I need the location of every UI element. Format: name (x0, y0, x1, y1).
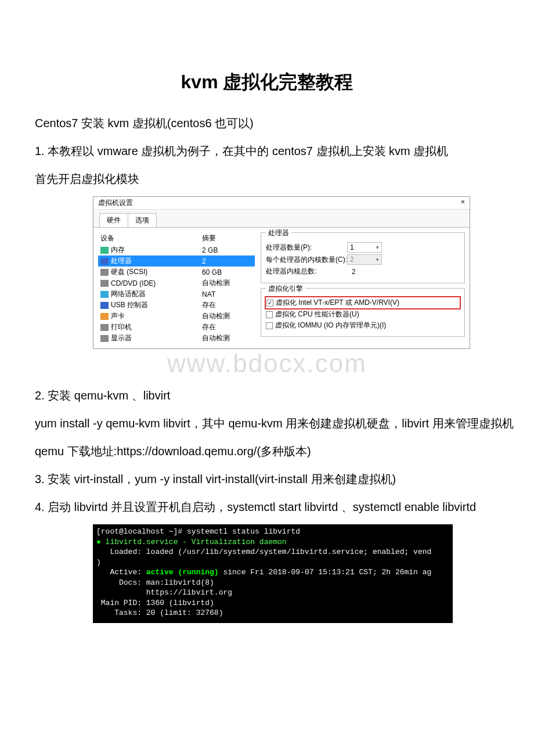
usb-icon (100, 302, 109, 309)
hw-summary: NAT (200, 289, 255, 300)
iommu-checkbox-label: 虚拟化 IOMMU (IO 内存管理单元)(I) (275, 321, 386, 330)
vt-checkbox-row[interactable]: ✓ 虚拟化 Intel VT-x/EPT 或 AMD-V/RVI(V) (266, 297, 460, 308)
paragraph-step4: 4. 启动 libvirtd 并且设置开机自启动，systemctl start… (12, 496, 522, 517)
hw-name: CD/DVD (IDE) (111, 279, 156, 287)
hdd-icon (100, 269, 109, 276)
status-dot-icon: ● (96, 538, 101, 546)
iommu-checkbox-row[interactable]: 虚拟化 IOMMU (IO 内存管理单元)(I) (266, 321, 460, 330)
col-summary: 摘要 (200, 232, 255, 244)
pmu-checkbox-label: 虚拟化 CPU 性能计数器(U) (275, 309, 359, 319)
paragraph-step2: 2. 安装 qemu-kvm 、libvirt (12, 385, 522, 406)
hw-row-usb[interactable]: USB 控制器 存在 (98, 300, 255, 311)
hw-summary: 存在 (200, 322, 255, 333)
hw-row-printer[interactable]: 打印机 存在 (98, 322, 255, 333)
cpu-count-value: 1 (350, 243, 354, 251)
vt-checkbox-label: 虚拟化 Intel VT-x/EPT 或 AMD-V/RVI(V) (276, 298, 399, 308)
total-cores-label: 处理器内核总数: (266, 267, 347, 276)
hardware-detail: 处理器 处理器数量(P): 1 ▾ 每个处理器的内核数量(C): (261, 232, 465, 344)
term-line: Docs: man:libvirtd(8) (96, 578, 214, 587)
hw-row-memory[interactable]: 内存 2 GB (98, 244, 255, 255)
cores-per-cpu-select[interactable]: 2 ▾ (347, 254, 382, 265)
cpu-count-select[interactable]: 1 ▾ (347, 242, 382, 253)
hw-name: 处理器 (111, 257, 132, 265)
hw-summary: 2 GB (200, 244, 255, 255)
col-device: 设备 (98, 232, 200, 244)
memory-icon (100, 247, 109, 254)
term-line: [root@localhost ~]# systemctl status lib… (96, 527, 300, 536)
cpu-fieldset: 处理器 处理器数量(P): 1 ▾ 每个处理器的内核数量(C): (261, 232, 465, 283)
term-line: https://libvirt.org (96, 588, 232, 597)
cd-icon (100, 280, 109, 287)
hw-summary: 2 (200, 255, 255, 267)
cores-per-cpu-label: 每个处理器的内核数量(C): (266, 255, 347, 265)
cpu-fieldset-title: 处理器 (266, 228, 291, 238)
paragraph-step3: 3. 安装 virt-install，yum -y install virt-i… (12, 469, 522, 489)
virt-engine-title: 虚拟化引擎 (266, 284, 305, 294)
hw-name: 内存 (111, 246, 125, 254)
vmware-settings-dialog: 虚拟机设置 × 硬件 选项 设备 摘要 内存 2 GB 处理器 (93, 196, 470, 349)
term-line: libvirtd.service - Virtualization daemon (101, 538, 287, 546)
hw-summary: 自动检测 (200, 278, 255, 289)
hw-row-cd[interactable]: CD/DVD (IDE) 自动检测 (98, 278, 255, 289)
dialog-body: 设备 摘要 内存 2 GB 处理器 2 硬盘 (SCSI) 60 GB (93, 227, 470, 348)
dialog-tabs: 硬件 选项 (93, 210, 470, 227)
hw-name: USB 控制器 (111, 301, 148, 309)
network-icon (100, 291, 109, 298)
hw-row-sound[interactable]: 声卡 自动检测 (98, 311, 255, 322)
paragraph-intro: Centos7 安装 kvm 虚拟机(centos6 也可以) (12, 113, 522, 134)
chevron-down-icon: ▾ (376, 257, 379, 262)
hw-row-hdd[interactable]: 硬盘 (SCSI) 60 GB (98, 267, 255, 278)
checkbox-checked-icon: ✓ (266, 300, 273, 307)
hw-row-net[interactable]: 网络适配器 NAT (98, 289, 255, 300)
cpu-count-label: 处理器数量(P): (266, 243, 347, 253)
paragraph-step1: 1. 本教程以 vmware 虚拟机为例子，在其中的 centos7 虚拟机上安… (12, 141, 522, 161)
term-line: since Fri 2018-09-07 15:13:21 CST; 2h 26… (219, 568, 432, 577)
hw-summary: 自动检测 (200, 333, 255, 344)
hw-name: 显示器 (111, 334, 132, 342)
hw-name: 硬盘 (SCSI) (111, 268, 147, 276)
tab-hardware[interactable]: 硬件 (99, 213, 128, 227)
tab-options[interactable]: 选项 (128, 213, 157, 227)
cpu-icon (100, 258, 109, 265)
hw-summary: 60 GB (200, 267, 255, 278)
hw-summary: 存在 (200, 300, 255, 311)
paragraph-step2-detail: yum install -y qemu-kvm libvirt，其中 qemu-… (12, 413, 522, 434)
display-icon (100, 335, 109, 342)
virt-engine-fieldset: 虚拟化引擎 ✓ 虚拟化 Intel VT-x/EPT 或 AMD-V/RVI(V… (261, 288, 465, 337)
checkbox-icon (266, 311, 273, 318)
terminal-output: [root@localhost ~]# systemctl status lib… (93, 524, 453, 623)
document-page: kvm 虚拟化完整教程 Centos7 安装 kvm 虚拟机(centos6 也… (0, 0, 534, 652)
hw-summary: 自动检测 (200, 311, 255, 322)
checkbox-icon (266, 322, 273, 329)
cores-per-cpu-value: 2 (350, 255, 354, 264)
total-cores-value: 2 (352, 268, 356, 276)
pmu-checkbox-row[interactable]: 虚拟化 CPU 性能计数器(U) (266, 309, 460, 319)
printer-icon (100, 324, 109, 331)
watermark: www.bdocx.com (12, 349, 522, 378)
term-active-running: active (running) (146, 568, 219, 577)
term-line: Main PID: 1360 (libvirtd) (96, 599, 214, 607)
hw-name: 声卡 (111, 312, 125, 320)
paragraph-enable-virt: 首先开启虚拟化模块 (12, 168, 522, 189)
hw-row-cpu[interactable]: 处理器 2 (98, 255, 255, 267)
paragraph-qemu-url: qemu 下载地址:https://download.qemu.org/(多种版… (12, 441, 522, 462)
sound-icon (100, 313, 109, 320)
dialog-titlebar: 虚拟机设置 × (93, 197, 470, 210)
hw-name: 打印机 (111, 323, 132, 331)
close-icon[interactable]: × (461, 198, 465, 208)
term-line: ) (96, 558, 101, 567)
term-line: Loaded: loaded (/usr/lib/systemd/system/… (96, 548, 431, 556)
page-title: kvm 虚拟化完整教程 (12, 70, 522, 95)
term-line: Tasks: 20 (limit: 32768) (96, 609, 223, 617)
hardware-list: 设备 摘要 内存 2 GB 处理器 2 硬盘 (SCSI) 60 GB (98, 232, 255, 344)
dialog-title: 虚拟机设置 (98, 198, 133, 208)
chevron-down-icon: ▾ (376, 244, 379, 250)
term-line: Active: (96, 568, 146, 577)
hw-name: 网络适配器 (111, 290, 146, 298)
hw-row-display[interactable]: 显示器 自动检测 (98, 333, 255, 344)
